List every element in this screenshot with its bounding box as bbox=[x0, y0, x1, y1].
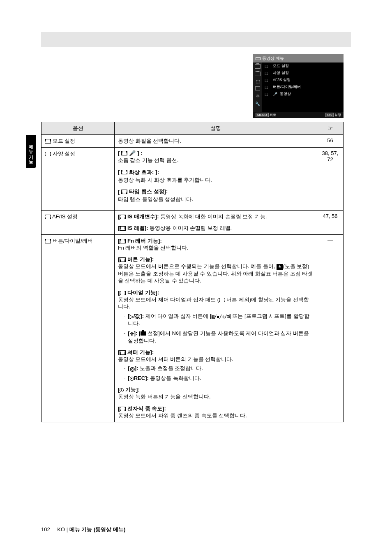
table-row: AF/IS 설정 [ IS 매개변수]: 동영상 녹화에 대한 이미지 손떨림 … bbox=[42, 210, 344, 234]
menu-side-icons: ⬚ ✲ 🔧 bbox=[253, 63, 262, 112]
menu-title: 동영상 메뉴 bbox=[262, 56, 284, 61]
movie-icon bbox=[120, 291, 126, 295]
table-row: 모드 설정 동영상 화질을 선택합니다. 56 bbox=[42, 135, 344, 148]
movie-icon bbox=[120, 239, 126, 243]
gear-icon: ✲ bbox=[256, 93, 260, 99]
movie-icon bbox=[120, 350, 126, 355]
ref-text: — bbox=[327, 237, 333, 243]
movie-icon bbox=[121, 190, 127, 194]
table-row: 버튼/다이얼/레버 [ Fn 레버 기능]: Fn 레버의 역할을 선택합니다.… bbox=[42, 234, 344, 422]
option-text: 버튼/다이얼/레버 bbox=[53, 238, 93, 244]
battery-icon bbox=[256, 57, 261, 60]
col-ref: ☞ bbox=[317, 122, 344, 135]
side-tab: 메뉴 기능 bbox=[26, 135, 36, 168]
movie-icon bbox=[121, 151, 127, 155]
menu-title-bar: 동영상 메뉴 bbox=[253, 54, 344, 63]
ref-text: 47, 56 bbox=[323, 213, 337, 219]
af-target-icon: ✜ bbox=[130, 331, 134, 337]
options-table: 옵션 설명 ☞ 모드 설정 동영상 화질을 선택합니다. 56 사양 설정 [ bbox=[41, 122, 344, 422]
table-row: 사양 설정 [🎤]: 소음 감소 기능 선택 옵션. [ 화상 효과:]: 동영… bbox=[42, 148, 344, 211]
camera-icon bbox=[141, 331, 146, 336]
reference-icon: ☞ bbox=[327, 125, 333, 132]
page-footer: 102 KO | 메뉴 기능 (동영상 메뉴) bbox=[41, 526, 125, 533]
camera-icon bbox=[255, 64, 261, 69]
movie-icon bbox=[121, 170, 127, 174]
wrench-icon: 🔧 bbox=[255, 102, 260, 106]
movie-icon bbox=[120, 407, 126, 411]
menu-screenshot: 동영상 메뉴 ⬚ ✲ 🔧 ⬚모드 설정 ⬚사양 설정 ⬚AF/IS 설정 ⬚버튼… bbox=[253, 54, 344, 116]
record-icon bbox=[130, 377, 134, 381]
col-description: 설명 bbox=[115, 122, 317, 135]
lens-icon: ◎ bbox=[130, 366, 135, 372]
footer-section: 메뉴 기능 (동영상 메뉴) bbox=[69, 526, 126, 533]
option-text: 사양 설정 bbox=[53, 150, 76, 157]
side-tab-label: 메뉴 기능 bbox=[28, 141, 34, 161]
movie-icon bbox=[45, 239, 51, 243]
movie-icon bbox=[45, 215, 51, 219]
col-option: 옵션 bbox=[42, 122, 115, 135]
ref-text: 56 bbox=[327, 137, 333, 144]
page-number: 102 bbox=[41, 526, 50, 533]
play-icon bbox=[255, 86, 260, 90]
desc-text: 동영상 화질을 선택합니다. bbox=[118, 138, 181, 144]
record-icon bbox=[120, 388, 124, 392]
option-text: 모드 설정 bbox=[53, 138, 76, 144]
play-triangle-icon: ▷ bbox=[130, 313, 134, 319]
menu-rows: ⬚모드 설정 ⬚사양 설정 ⬚AF/IS 설정 ⬚버튼/다이얼/레버 ⬚🎤동영상 bbox=[262, 63, 344, 112]
mic-icon: 🎤 bbox=[129, 150, 136, 156]
movie-icon bbox=[45, 152, 51, 156]
metering-modes-icon: ▦/▪/✢/⊞ bbox=[212, 313, 230, 319]
movie-icon bbox=[120, 215, 126, 219]
exposure-compensation-icon: ± bbox=[277, 264, 283, 270]
movie-icon bbox=[120, 257, 126, 262]
camera-icon-2 bbox=[255, 72, 261, 76]
movie-icon bbox=[45, 139, 51, 144]
header-band bbox=[41, 32, 351, 47]
option-text: AF/IS 설정 bbox=[52, 213, 78, 220]
movie-icon bbox=[219, 298, 225, 302]
movie-icon bbox=[120, 226, 126, 231]
movie-icon: ⬚ bbox=[256, 79, 260, 83]
ref-text: 38, 57, 72 bbox=[322, 150, 339, 162]
